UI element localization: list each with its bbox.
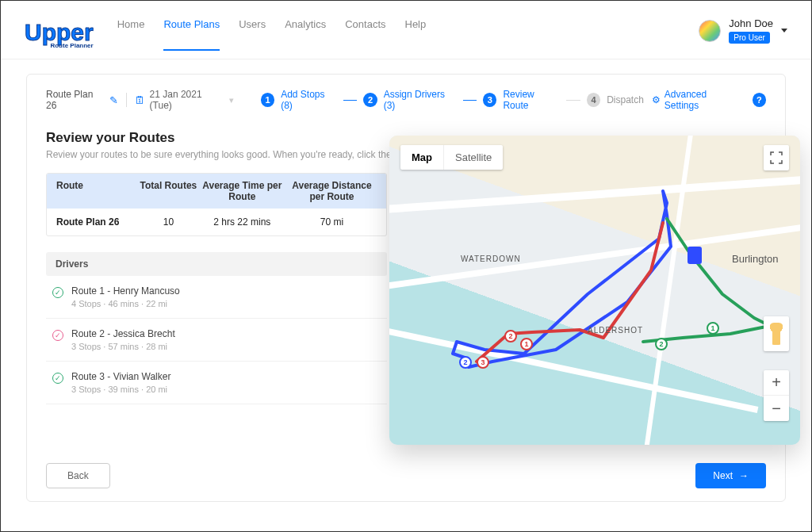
pegman-icon [769,323,783,345]
driver-row[interactable]: ✓ Route 2 - Jessica Brecht 3 Stops · 57 … [46,319,387,362]
nav-contacts[interactable]: Contacts [345,18,385,51]
map-pin: 2 [459,356,472,369]
advanced-settings-label: Advanced Settings [665,89,741,111]
map-city-label: ALDERSHOT [588,326,643,335]
divider [126,93,127,107]
zoom-control: + − [764,370,789,421]
map-type-satellite[interactable]: Satellite [443,145,503,170]
plan-name: Route Plan 26 [46,89,105,111]
nav-route-plans[interactable]: Route Plans [163,18,220,51]
col-avg-time: Average Time per Route [197,180,287,202]
map-pin: 2 [655,338,668,350]
step-line [566,100,580,101]
col-avg-dist: Average Distance per Route [287,180,377,202]
map-pin: 1 [520,338,533,350]
map-panel[interactable]: 2 3 1 2 1 2 WATERDOWN ALDERSHOT Burlingt… [389,136,800,445]
driver-row[interactable]: ✓ Route 3 - Vivian Walker 3 Stops · 39 m… [46,362,387,404]
advanced-settings-link[interactable]: ⚙ Advanced Settings [652,89,741,111]
drivers-header: Drivers [46,252,387,276]
map-pin: 2 [504,330,517,343]
brand-logo[interactable]: Upper Route Planner [25,21,94,49]
step-4-circle[interactable]: 4 [587,93,600,107]
user-name: John Doe [729,17,773,29]
zoom-in-button[interactable]: + [764,370,789,396]
avatar [699,20,721,42]
step-1-label[interactable]: Add Stops (8) [281,89,337,111]
map-pin: 1 [707,322,719,335]
driver-meta: 3 Stops · 57 mins · 28 mi [71,342,175,351]
driver-title: Route 3 - Vivian Walker [71,371,170,382]
chevron-down-icon: ▾ [229,95,234,105]
nav-analytics[interactable]: Analytics [285,18,326,51]
chevron-down-icon [781,29,787,33]
fullscreen-button[interactable] [764,145,789,170]
cell-avg-time: 2 hrs 22 mins [197,216,287,228]
user-meta: John Doe Pro User [729,17,773,44]
route-green [389,136,800,445]
fullscreen-icon [770,151,783,164]
check-icon: ✓ [52,287,63,298]
summary-header-row: Route Total Routes Average Time per Rout… [47,174,386,209]
step-line [343,100,357,101]
driver-meta: 4 Stops · 46 mins · 22 mi [71,299,180,308]
cell-total: 10 [140,216,197,228]
date-picker[interactable]: 🗓 21 Jan 2021 (Tue) ▾ [135,89,234,111]
step-line [463,100,477,101]
driver-title: Route 1 - Henry Mancuso [71,285,180,297]
plan-name-group: Route Plan 26 ✎ [46,89,118,111]
col-route: Route [56,180,140,202]
drivers-block: Drivers ✓ Route 1 - Henry Mancuso 4 Stop… [46,252,387,404]
calendar-icon: 🗓 [135,94,145,106]
nav-home[interactable]: Home [117,18,145,51]
map-city-label: WATERDOWN [461,255,521,263]
step-3-circle[interactable]: 3 [483,93,496,107]
user-area[interactable]: John Doe Pro User [699,17,787,44]
plan-bar: Route Plan 26 ✎ 🗓 21 Jan 2021 (Tue) ▾ 1 … [46,89,766,111]
check-icon: ✓ [52,330,63,341]
zoom-out-button[interactable]: − [764,396,789,421]
nav-links: Home Route Plans Users Analytics Contact… [117,18,699,51]
col-total: Total Routes [140,180,197,202]
gear-icon: ⚙ [652,94,661,105]
summary-table: Route Total Routes Average Time per Rout… [46,173,387,236]
footer-actions: Back Next → [46,463,766,488]
brand-name: Upper [25,19,94,45]
cell-avg-dist: 70 mi [287,216,377,228]
check-icon: ✓ [52,373,63,384]
driver-meta: 3 Stops · 39 mins · 20 mi [71,385,170,394]
map-type-map[interactable]: Map [400,145,443,170]
driver-row[interactable]: ✓ Route 1 - Henry Mancuso 4 Stops · 46 m… [46,276,387,319]
summary-data-row: Route Plan 26 10 2 hrs 22 mins 70 mi [47,209,386,235]
driver-title: Route 2 - Jessica Brecht [71,328,175,339]
user-badge: Pro User [729,32,769,44]
map-pin: 3 [477,356,489,369]
arrow-right-icon: → [739,470,749,481]
top-nav: Upper Route Planner Home Route Plans Use… [1,1,811,59]
pegman-button[interactable] [764,316,789,351]
step-wizard: 1 Add Stops (8) 2 Assign Drivers (3) 3 R… [261,89,644,111]
nav-help[interactable]: Help [405,18,427,51]
step-2-circle[interactable]: 2 [363,93,377,107]
map-type-switch: Map Satellite [400,145,503,170]
step-1-circle[interactable]: 1 [261,93,274,107]
cell-route: Route Plan 26 [56,216,140,228]
next-label: Next [713,470,733,481]
edit-icon[interactable]: ✎ [109,94,118,106]
step-2-label[interactable]: Assign Drivers (3) [384,89,457,111]
map-city-label: Burlington [732,253,779,265]
plan-date: 21 Jan 2021 (Tue) [150,89,224,111]
next-button[interactable]: Next → [695,463,766,488]
map-flag-icon [688,247,702,264]
step-4-label[interactable]: Dispatch [607,94,644,105]
nav-users[interactable]: Users [239,18,266,51]
help-button[interactable]: ? [753,93,766,107]
step-3-label[interactable]: Review Route [503,89,560,111]
plan-bar-right: ⚙ Advanced Settings ? [652,89,766,111]
back-button[interactable]: Back [46,463,110,488]
